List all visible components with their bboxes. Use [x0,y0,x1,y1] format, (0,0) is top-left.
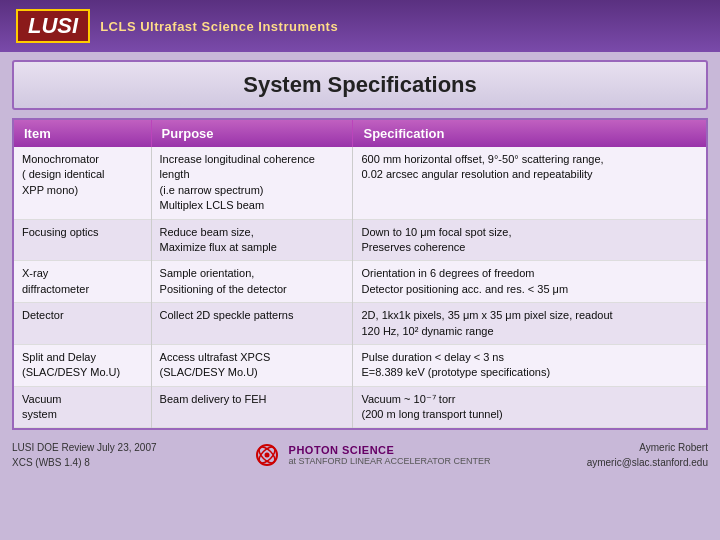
table-cell-item: Focusing optics [14,219,151,261]
logo: LUSI LCLS Ultrafast Science Instruments [16,9,338,43]
col-header-item: Item [14,120,151,147]
table-cell-spec: Vacuum ~ 10⁻⁷ torr(200 m long transport … [353,386,706,428]
table-cell-spec: Pulse duration < delay < 3 nsE=8.389 keV… [353,344,706,386]
table-cell-item: Split and Delay(SLAC/DESY Mo.U) [14,344,151,386]
header: LUSI LCLS Ultrafast Science Instruments [0,0,720,52]
col-header-purpose: Purpose [151,120,353,147]
footer-author: Aymeric Robert [587,440,708,455]
footer-left: LUSI DOE Review July 23, 2007 XCS (WBS 1… [12,440,157,470]
table-cell-spec: 600 mm horizontal offset, 9°-50° scatter… [353,147,706,219]
title-bar: System Specifications [12,60,708,110]
footer-right: Aymeric Robert aymeric@slac.stanford.edu [587,440,708,470]
col-header-specification: Specification [353,120,706,147]
table-header-row: Item Purpose Specification [14,120,706,147]
table-row: VacuumsystemBeam delivery to FEHVacuum ~… [14,386,706,428]
photon-science-icon [253,441,281,469]
footer-photon: PHOTON SCIENCE at STANFORD LINEAR ACCELE… [289,444,491,466]
table-cell-purpose: Collect 2D speckle patterns [151,303,353,345]
table-row: Monochromator( design identicalXPP mono)… [14,147,706,219]
table-cell-purpose: Beam delivery to FEH [151,386,353,428]
lusi-subtitle: LCLS Ultrafast Science Instruments [100,19,338,34]
page-title: System Specifications [24,72,696,98]
table-cell-purpose: Reduce beam size,Maximize flux at sample [151,219,353,261]
footer-center: PHOTON SCIENCE at STANFORD LINEAR ACCELE… [253,441,491,469]
table-cell-purpose: Sample orientation,Positioning of the de… [151,261,353,303]
lusi-logo-text: LUSI [16,9,90,43]
table-cell-item: X-raydiffractometer [14,261,151,303]
table-cell-purpose: Access ultrafast XPCS(SLAC/DESY Mo.U) [151,344,353,386]
table-cell-spec: Down to 10 μm focal spot size,Preserves … [353,219,706,261]
table-cell-item: Vacuumsystem [14,386,151,428]
specs-table: Item Purpose Specification Monochromator… [14,120,706,428]
svg-point-3 [264,453,269,458]
footer-event: LUSI DOE Review July 23, 2007 [12,440,157,455]
table-row: Focusing opticsReduce beam size,Maximize… [14,219,706,261]
table-cell-spec: Orientation in 6 degrees of freedomDetec… [353,261,706,303]
specs-table-container: Item Purpose Specification Monochromator… [12,118,708,430]
table-row: Split and Delay(SLAC/DESY Mo.U)Access ul… [14,344,706,386]
footer: LUSI DOE Review July 23, 2007 XCS (WBS 1… [12,436,708,474]
table-cell-item: Monochromator( design identicalXPP mono) [14,147,151,219]
footer-wbs: XCS (WBS 1.4) 8 [12,455,157,470]
photon-science-label: PHOTON SCIENCE [289,444,491,456]
table-cell-spec: 2D, 1kx1k pixels, 35 μm x 35 μm pixel si… [353,303,706,345]
table-cell-purpose: Increase longitudinal coherence length(i… [151,147,353,219]
stanford-label: at STANFORD LINEAR ACCELERATOR CENTER [289,456,491,466]
table-row: X-raydiffractometerSample orientation,Po… [14,261,706,303]
table-row: DetectorCollect 2D speckle patterns2D, 1… [14,303,706,345]
footer-email: aymeric@slac.stanford.edu [587,455,708,470]
table-cell-item: Detector [14,303,151,345]
